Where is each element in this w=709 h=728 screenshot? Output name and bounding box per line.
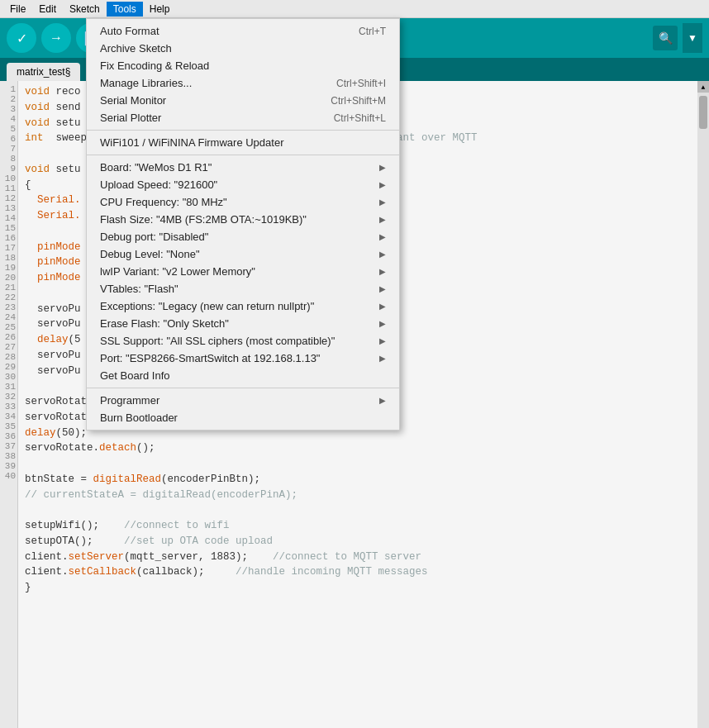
menu-manage-libraries[interactable]: Manage Libraries... Ctrl+Shift+I [87,74,399,92]
upload-button[interactable]: → [41,23,71,53]
menu-tools[interactable]: Tools [107,2,143,17]
menu-file[interactable]: File [3,2,32,17]
menu-board[interactable]: Board: "WeMos D1 R1" ▶ [87,159,399,176]
menu-port[interactable]: Port: "ESP8266-SmartSwitch at 192.168.1.… [87,350,399,367]
menu-wifi-firmware[interactable]: WiFi101 / WiFiNINA Firmware Updater [87,134,399,151]
menu-burn-bootloader[interactable]: Burn Bootloader [87,409,399,426]
menu-exceptions[interactable]: Exceptions: "Legacy (new can return null… [87,297,399,315]
menu-archive-sketch[interactable]: Archive Sketch [87,40,399,57]
search-button[interactable]: 🔍 [653,26,678,50]
tools-dropdown-menu: Auto Format Ctrl+T Archive Sketch Fix En… [86,18,400,431]
tools-section-2: WiFi101 / WiFiNINA Firmware Updater [87,131,399,155]
menu-edit[interactable]: Edit [32,2,63,17]
menu-erase-flash[interactable]: Erase Flash: "Only Sketch" ▶ [87,315,399,332]
menu-vtables[interactable]: VTables: "Flash" ▶ [87,280,399,297]
scrollbar-right[interactable]: ▲ [697,81,709,728]
menu-upload-speed[interactable]: Upload Speed: "921600" ▶ [87,176,399,193]
scroll-up-arrow[interactable]: ▲ [697,81,709,93]
tab-matrix-test[interactable]: matrix_test§ [7,63,80,81]
menu-sketch[interactable]: Sketch [63,2,107,17]
toolbar-dropdown[interactable]: ▼ [683,23,702,53]
menu-ssl-support[interactable]: SSL Support: "All SSL ciphers (most comp… [87,332,399,350]
menu-fix-encoding[interactable]: Fix Encoding & Reload [87,57,399,74]
menu-help[interactable]: Help [143,2,177,17]
verify-button[interactable]: ✓ [7,23,36,53]
tools-section-1: Auto Format Ctrl+T Archive Sketch Fix En… [87,19,399,131]
menu-serial-plotter[interactable]: Serial Plotter Ctrl+Shift+L [87,109,399,126]
menu-debug-port[interactable]: Debug port: "Disabled" ▶ [87,228,399,245]
menu-get-board-info[interactable]: Get Board Info [87,367,399,384]
menu-cpu-freq[interactable]: CPU Frequency: "80 MHz" ▶ [87,193,399,211]
tools-section-3: Board: "WeMos D1 R1" ▶ Upload Speed: "92… [87,155,399,388]
menu-flash-size[interactable]: Flash Size: "4MB (FS:2MB OTA:~1019KB)" ▶ [87,211,399,228]
menu-serial-monitor[interactable]: Serial Monitor Ctrl+Shift+M [87,92,399,109]
menu-programmer[interactable]: Programmer ▶ [87,392,399,409]
menu-lwip-variant[interactable]: lwIP Variant: "v2 Lower Memory" ▶ [87,263,399,280]
menu-bar: File Edit Sketch Tools Help [0,0,709,18]
tools-section-4: Programmer ▶ Burn Bootloader [87,388,399,430]
line-numbers: 12345 678910 1112131415 1617181920 21222… [0,81,18,728]
scroll-thumb[interactable] [699,96,707,129]
menu-auto-format[interactable]: Auto Format Ctrl+T [87,22,399,40]
menu-debug-level[interactable]: Debug Level: "None" ▶ [87,245,399,263]
